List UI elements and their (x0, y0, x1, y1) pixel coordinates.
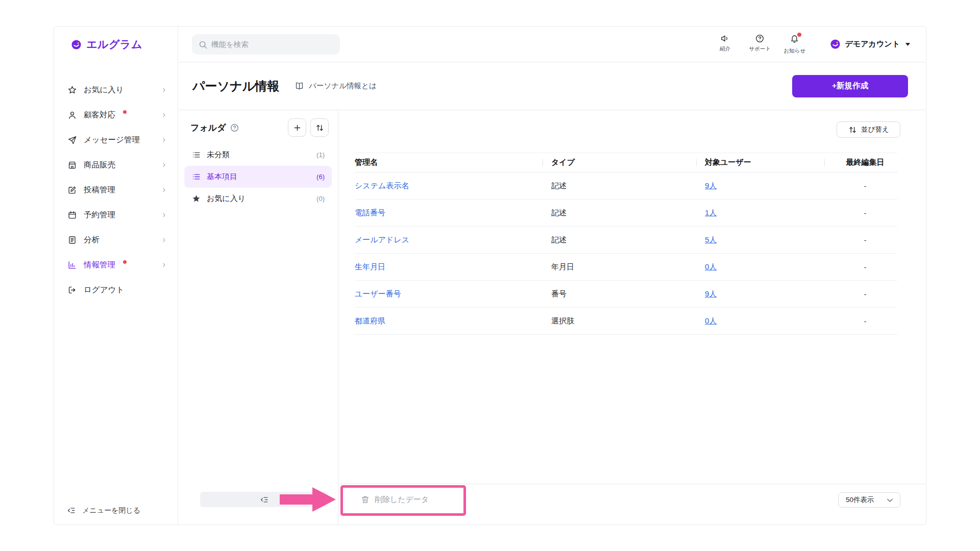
sidebar-item-sales[interactable]: 商品販売 (54, 153, 178, 178)
row-type: 記述 (551, 181, 705, 191)
row-users-link[interactable]: 1人 (705, 208, 717, 217)
table-row: ユーザー番号 番号 9人 - (355, 281, 897, 308)
row-name-link[interactable]: 電話番号 (355, 208, 385, 218)
sort-arrows-icon (315, 123, 325, 133)
row-type: 番号 (551, 289, 705, 299)
folders-actions (288, 118, 329, 137)
bar-chart-icon (67, 260, 77, 270)
main-area: パーソナル情報 パーソナル情報とは +新規作成 フォルダ (178, 62, 926, 524)
row-name-link[interactable]: ユーザー番号 (355, 289, 401, 299)
row-type: 年月日 (551, 262, 705, 272)
chevron-right-icon (161, 212, 167, 218)
page-size-value: 50件表示 (846, 495, 874, 505)
notification-badge-dot (797, 33, 801, 37)
sidebar-item-reservations[interactable]: 予約管理 (54, 203, 178, 228)
sidebar-item-messages[interactable]: メッセージ管理 (54, 128, 178, 153)
folder-item-uncategorized[interactable]: 未分類 (1) (184, 144, 332, 166)
column-header: 対象ユーザー (705, 158, 833, 167)
add-folder-button[interactable] (288, 118, 306, 137)
account-name: デモアカウント (845, 39, 900, 49)
sidebar-item-favorites[interactable]: お気に入り (54, 78, 178, 103)
sidebar-item-label: 分析 (84, 235, 100, 245)
referral-button[interactable]: 紹介 (714, 34, 737, 53)
sidebar-item-label: 商品販売 (84, 160, 115, 170)
notifications-button[interactable]: お知らせ (783, 34, 806, 55)
referral-label: 紹介 (720, 45, 730, 53)
table-row: 都道府県 選択肢 0人 - (355, 308, 897, 335)
create-new-button[interactable]: +新規作成 (792, 75, 908, 97)
chevron-right-icon (161, 162, 167, 168)
folder-count: (6) (316, 173, 325, 181)
folder-item-basic[interactable]: 基本項目 (6) (184, 166, 332, 188)
help-circle-icon (755, 34, 765, 43)
row-users-link[interactable]: 9人 (705, 289, 717, 298)
row-name-link[interactable]: システム表示名 (355, 181, 409, 191)
chevron-down-icon (885, 495, 895, 505)
row-edited: - (833, 263, 897, 271)
folder-count: (0) (316, 195, 325, 203)
row-edited: - (833, 209, 897, 217)
page-title: パーソナル情報 (192, 78, 279, 94)
row-name-link[interactable]: 都道府県 (355, 316, 385, 326)
sidebar-item-label: 情報管理 (84, 260, 115, 270)
table-row: 電話番号 記述 1人 - (355, 199, 897, 227)
folder-item-favorites[interactable]: お気に入り (0) (184, 188, 332, 210)
brand: エルグラム (54, 27, 178, 62)
row-type: 記述 (551, 235, 705, 245)
book-icon (295, 81, 304, 91)
sidebar-item-label: メッセージ管理 (84, 135, 140, 145)
chevron-right-icon (161, 187, 167, 193)
table-panel: 並び替え 管理名 タイプ 対象ユーザー 最終編集日 システム表示名 記述 9人 (339, 110, 926, 524)
row-name-link[interactable]: メールアドレス (355, 235, 409, 245)
sidebar-item-label: 投稿管理 (84, 185, 115, 195)
annotation-highlight-box (340, 485, 466, 516)
page-size-select[interactable]: 50件表示 (838, 492, 900, 508)
chevron-right-icon (161, 237, 167, 243)
alert-dot (123, 260, 127, 264)
table-row: メールアドレス 記述 5人 - (355, 227, 897, 254)
column-header: 管理名 (355, 158, 551, 167)
calendar-icon (67, 210, 77, 220)
search-input[interactable] (192, 34, 340, 55)
folder-count: (1) (316, 151, 325, 159)
sidebar-item-analytics[interactable]: 分析 (54, 228, 178, 253)
row-edited: - (833, 236, 897, 244)
page-help-link[interactable]: パーソナル情報とは (295, 81, 377, 91)
close-menu-button[interactable]: メニューを閉じる (66, 506, 140, 515)
sort-table-label: 並び替え (861, 125, 889, 134)
support-button[interactable]: サポート (749, 34, 771, 53)
row-users-link[interactable]: 9人 (705, 181, 717, 190)
row-users-link[interactable]: 5人 (705, 235, 717, 244)
support-label: サポート (749, 45, 771, 53)
sidebar-item-label: 予約管理 (84, 210, 115, 220)
row-users-link[interactable]: 0人 (705, 262, 717, 271)
avatar (830, 39, 840, 49)
sidebar-item-info-management[interactable]: 情報管理 (54, 253, 178, 278)
app-window: エルグラム 紹介 サポート (54, 26, 926, 525)
folders-header: フォルダ (178, 110, 338, 141)
row-name-link[interactable]: 生年月日 (355, 262, 385, 272)
column-header: 最終編集日 (833, 158, 897, 167)
sidebar-item-label: お気に入り (84, 85, 124, 95)
page-help-label: パーソナル情報とは (309, 81, 377, 91)
plus-icon (292, 123, 302, 133)
caret-down-icon (905, 42, 911, 46)
sidebar-item-posts[interactable]: 投稿管理 (54, 178, 178, 203)
person-icon (67, 110, 77, 120)
search (192, 34, 340, 55)
sidebar-item-logout[interactable]: ログアウト (54, 278, 178, 303)
chevron-right-icon (161, 137, 167, 143)
folders-help-icon[interactable] (230, 123, 239, 133)
sidebar: お気に入り 顧客対応 メッセージ管理 商品販売 投稿管理 (54, 62, 178, 524)
top-actions: 紹介 サポート お知らせ (714, 34, 806, 55)
notifications-label: お知らせ (783, 47, 805, 55)
items-table: 管理名 タイプ 対象ユーザー 最終編集日 システム表示名 記述 9人 - (355, 153, 897, 335)
row-type: 記述 (551, 208, 705, 218)
sort-folders-button[interactable] (310, 118, 329, 137)
sort-table-button[interactable]: 並び替え (837, 121, 900, 138)
star-icon (67, 85, 77, 95)
row-users-link[interactable]: 0人 (705, 316, 717, 325)
sort-arrows-icon (848, 125, 857, 135)
sidebar-item-customer-support[interactable]: 顧客対応 (54, 103, 178, 128)
account-menu[interactable]: デモアカウント (830, 39, 911, 49)
